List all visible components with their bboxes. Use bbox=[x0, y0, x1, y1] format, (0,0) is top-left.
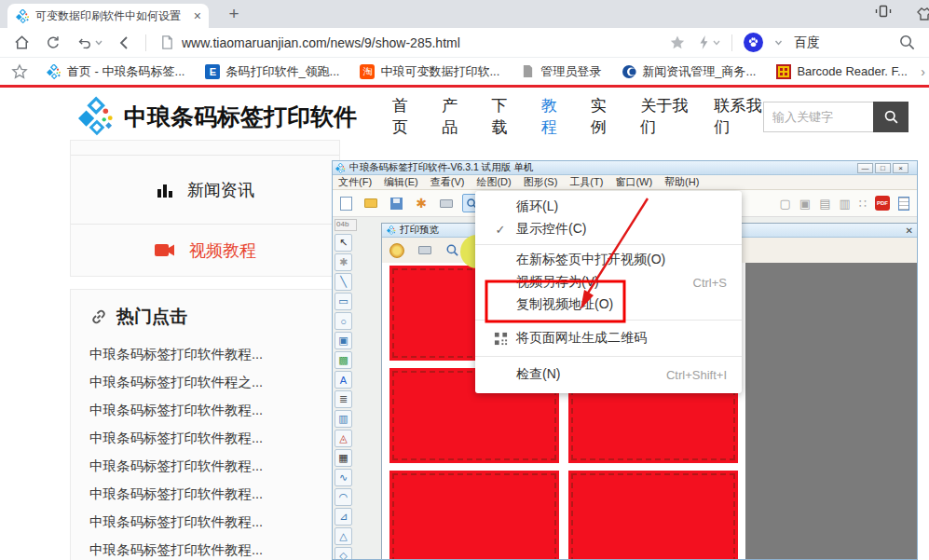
mobile-view-icon[interactable] bbox=[875, 4, 892, 19]
nav-contact[interactable]: 联系我们 bbox=[715, 95, 763, 138]
sidebar-item-news[interactable]: 新闻资讯 bbox=[71, 155, 339, 224]
home-icon[interactable] bbox=[13, 34, 31, 51]
bookmark-home[interactable]: 首页 - 中琅条码标签... bbox=[47, 63, 184, 80]
favorite-star-icon[interactable] bbox=[669, 34, 686, 51]
nav-products[interactable]: 产品 bbox=[442, 95, 466, 138]
tool-line-icon[interactable]: ╲ bbox=[335, 273, 352, 291]
close-icon: × bbox=[893, 163, 909, 173]
menu-help: 帮助(H) bbox=[664, 175, 699, 189]
refresh-icon[interactable] bbox=[45, 34, 61, 51]
sidebar-item-video-tutorials[interactable]: 视频教程 bbox=[71, 224, 339, 276]
sidebar-item-label: 视频教程 bbox=[189, 239, 256, 262]
bookmark-barcode-software[interactable]: E 条码打印软件_领跑... bbox=[205, 63, 339, 80]
software-app-icon bbox=[335, 163, 346, 173]
tab-title: 可变数据印刷软件中如何设置 bbox=[35, 8, 188, 24]
hot-item[interactable]: 中琅条码标签打印软件教程... bbox=[89, 340, 339, 368]
bookmark-admin-login[interactable]: 管理员登录 bbox=[520, 63, 601, 80]
sidebar-item-partial[interactable] bbox=[71, 141, 339, 155]
menu-item-show-controls[interactable]: ✓ 显示控件(C) bbox=[475, 218, 742, 240]
undo-icon[interactable] bbox=[75, 34, 102, 51]
software-title: 中琅条码标签打印软件-V6.3.1 试用版 单机 bbox=[349, 161, 854, 174]
tool-rectangle-icon[interactable]: ▭ bbox=[335, 293, 352, 310]
hot-item[interactable]: 中琅条码标签打印软件教程... bbox=[89, 508, 339, 536]
link-icon bbox=[89, 307, 108, 326]
site-logo-icon[interactable] bbox=[78, 95, 115, 138]
sidebar-item-label: 新闻资讯 bbox=[187, 179, 254, 201]
menu-item-copy-video-url[interactable]: 复制视频地址(O) bbox=[475, 294, 742, 316]
new-tab-button[interactable]: + bbox=[222, 2, 246, 26]
menu-item-generate-qr[interactable]: 将页面网址生成二维码 bbox=[475, 324, 742, 352]
menu-item-loop[interactable]: 循环(L) bbox=[475, 196, 742, 218]
menu-item-inspect[interactable]: 检查(N) Ctrl+Shift+I bbox=[475, 361, 742, 389]
hot-item[interactable]: 中琅条码标签打印软件教程... bbox=[89, 424, 339, 452]
tool-diamond-icon[interactable]: ◇ bbox=[335, 547, 352, 560]
hot-item[interactable]: 中琅条码标签打印软件教程... bbox=[89, 452, 339, 480]
tool-picture-icon[interactable]: ▩ bbox=[335, 351, 352, 369]
nav-about[interactable]: 关于我们 bbox=[640, 95, 689, 138]
menu-edit: 编辑(E) bbox=[384, 175, 418, 189]
tool-rich-text-icon[interactable]: ≣ bbox=[335, 390, 352, 408]
toolbar-gray-icon: ▥ bbox=[839, 197, 850, 211]
hot-item[interactable]: 中琅条码标签打印软件教程... bbox=[89, 396, 339, 424]
checkmark-icon: ✓ bbox=[485, 223, 516, 237]
menu-item-label: 在新标签页中打开视频(O) bbox=[516, 252, 665, 268]
tool-arc-icon[interactable]: ◠ bbox=[335, 488, 352, 506]
browser-tab[interactable]: 可变数据印刷软件中如何设置 × bbox=[7, 4, 209, 28]
tool-triangle-icon[interactable]: △ bbox=[335, 527, 352, 545]
print-preview-app-icon bbox=[387, 225, 396, 235]
toolbar-gray-icon: ▣ bbox=[799, 197, 811, 211]
tool-lock-icon[interactable]: ✱ bbox=[335, 253, 352, 271]
menu-separator bbox=[475, 244, 742, 245]
preview-background bbox=[745, 263, 917, 560]
bookmark-barcode-reader[interactable]: Barcode Reader. F... bbox=[776, 64, 908, 79]
menu-item-label: 复制视频地址(O) bbox=[516, 296, 613, 313]
bookmark-news-admin[interactable]: 新闻资讯管理_商务... bbox=[622, 63, 756, 80]
tool-curve-icon[interactable]: ∿ bbox=[335, 469, 352, 486]
tool-polyline-icon[interactable]: ⊿ bbox=[335, 508, 352, 526]
nav-examples[interactable]: 实例 bbox=[591, 95, 615, 138]
menu-tools: 工具(T) bbox=[569, 175, 603, 189]
site-search-input[interactable] bbox=[763, 102, 873, 132]
nav-home[interactable]: 首页 bbox=[392, 95, 417, 138]
back-icon[interactable] bbox=[116, 34, 131, 51]
page-icon bbox=[160, 34, 174, 50]
tool-image-icon[interactable]: ▣ bbox=[335, 332, 352, 349]
nav-tutorials[interactable]: 教程 bbox=[541, 95, 566, 138]
menu-item-label: 将页面网址生成二维码 bbox=[516, 330, 647, 347]
extension-lightning-icon[interactable] bbox=[697, 34, 720, 50]
site-search-button[interactable] bbox=[873, 102, 909, 132]
tab-close-icon[interactable]: × bbox=[194, 9, 201, 22]
tool-ellipse-icon[interactable]: ○ bbox=[335, 312, 352, 330]
hot-item[interactable]: 中琅条码标签打印软件教程... bbox=[89, 480, 339, 508]
search-icon[interactable] bbox=[898, 34, 916, 51]
tool-select-icon[interactable]: ↖ bbox=[335, 234, 352, 252]
menu-view: 查看(V) bbox=[430, 175, 465, 189]
theme-icon[interactable] bbox=[916, 7, 929, 20]
url-field[interactable]: www.tiaomaruanjian.com/news/9/show-285.h… bbox=[160, 34, 655, 50]
menu-item-open-video-new-tab[interactable]: 在新标签页中打开视频(O) bbox=[475, 249, 742, 271]
hot-item[interactable]: 中琅条码标签打印软件教程... bbox=[89, 536, 339, 560]
site-title[interactable]: 中琅条码标签打印软件 bbox=[124, 102, 357, 132]
tool-text-icon[interactable]: A bbox=[335, 371, 352, 389]
open-icon bbox=[362, 194, 380, 212]
hot-item[interactable]: 中琅条码标签打印软件程之... bbox=[89, 368, 339, 396]
menu-item-label: 显示控件(C) bbox=[516, 221, 586, 238]
menu-item-save-video-as[interactable]: 视频另存为(V) Ctrl+S bbox=[475, 271, 742, 294]
engine-label[interactable]: 百度 bbox=[794, 34, 820, 51]
tool-qrcode-icon[interactable]: ▦ bbox=[335, 449, 352, 467]
baidu-engine-icon[interactable] bbox=[744, 33, 763, 52]
site-search bbox=[763, 102, 909, 132]
engine-caret-icon[interactable] bbox=[774, 40, 783, 46]
bookmark-crescent-icon bbox=[622, 64, 636, 79]
nav-download[interactable]: 下载 bbox=[492, 95, 516, 138]
label-preview bbox=[389, 471, 559, 560]
print-icon bbox=[437, 194, 456, 212]
tool-barcode-icon[interactable]: ▥ bbox=[335, 410, 352, 428]
bookmarks-overflow-icon[interactable]: › bbox=[921, 64, 925, 79]
tool-label-shape-icon[interactable]: ◬ bbox=[335, 430, 352, 447]
toolbar-gray-icon: ▤ bbox=[819, 197, 830, 211]
menu-item-label: 视频另存为(V) bbox=[516, 274, 599, 291]
bookmark-star-icon[interactable] bbox=[11, 63, 28, 80]
bookmark-taobao[interactable]: 淘 中琅可变数据打印软... bbox=[360, 63, 499, 80]
bookmark-label: 新闻资讯管理_商务... bbox=[642, 63, 756, 80]
